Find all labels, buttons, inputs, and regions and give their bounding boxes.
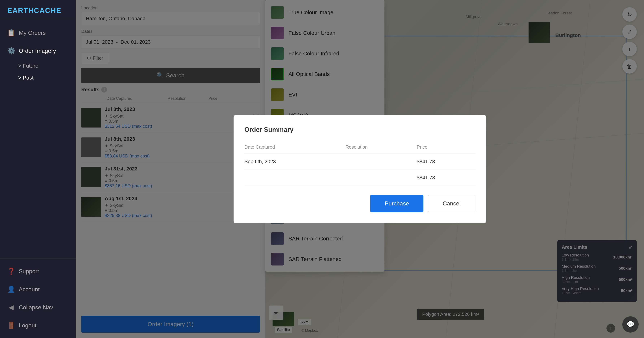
sidebar-item-logout-label: Logout bbox=[19, 322, 36, 329]
order-imagery-icon: ⚙️ bbox=[7, 47, 15, 55]
main-content: Location Dates ⚙ Filter 🔍 Search Results… bbox=[76, 0, 644, 338]
support-icon: ❓ bbox=[7, 267, 15, 275]
logout-icon: 🚪 bbox=[7, 322, 15, 329]
my-orders-icon: 📋 bbox=[7, 29, 15, 37]
purchase-modal: Order Summary Date Captured Resolution P… bbox=[234, 115, 486, 223]
modal-row2-price: $841.78 bbox=[417, 170, 476, 186]
sidebar-item-collapse-nav[interactable]: ◀ Collapse Nav bbox=[0, 298, 76, 316]
logo-text2: CACHE bbox=[34, 6, 61, 14]
modal-actions: Purchase Cancel bbox=[244, 195, 476, 212]
purchase-button[interactable]: Purchase bbox=[370, 195, 424, 212]
sidebar-item-account-label: Account bbox=[19, 286, 40, 293]
modal-row1-price: $841.78 bbox=[417, 153, 476, 170]
table-row: Sep 6th, 2023 $841.78 bbox=[244, 153, 476, 170]
modal-col-date: Date Captured bbox=[244, 141, 346, 154]
modal-col-price: Price bbox=[417, 141, 476, 154]
collapse-nav-icon: ◀ bbox=[7, 303, 15, 311]
sidebar-item-order-imagery-label: Order Imagery bbox=[19, 48, 56, 54]
modal-col-resolution: Resolution bbox=[346, 141, 417, 154]
modal-row1-resolution bbox=[346, 153, 417, 170]
logo-text1: EARTH bbox=[7, 6, 34, 14]
sidebar-item-account[interactable]: 👤 Account bbox=[0, 280, 76, 298]
sidebar-sub-nav: > Future > Past bbox=[0, 60, 76, 84]
chat-button[interactable]: 💬 bbox=[622, 316, 638, 333]
modal-row1-date: Sep 6th, 2023 bbox=[244, 153, 346, 170]
sidebar: EARTHCACHE 📋 My Orders ⚙️ Order Imagery … bbox=[0, 0, 76, 338]
modal-table: Date Captured Resolution Price Sep 6th, … bbox=[244, 141, 476, 186]
table-row: $841.78 bbox=[244, 170, 476, 186]
sidebar-item-my-orders[interactable]: 📋 My Orders bbox=[0, 24, 76, 42]
modal-title: Order Summary bbox=[244, 126, 476, 133]
sidebar-item-support[interactable]: ❓ Support bbox=[0, 262, 76, 280]
sidebar-bottom: ❓ Support 👤 Account ◀ Collapse Nav 🚪 Log… bbox=[0, 259, 76, 338]
app-logo: EARTHCACHE bbox=[0, 0, 76, 20]
account-icon: 👤 bbox=[7, 285, 15, 293]
sidebar-item-future[interactable]: > Future bbox=[18, 60, 76, 72]
cancel-button[interactable]: Cancel bbox=[428, 195, 476, 212]
modal-row2-date bbox=[244, 170, 346, 186]
sidebar-item-my-orders-label: My Orders bbox=[19, 29, 46, 36]
sidebar-nav: 📋 My Orders ⚙️ Order Imagery > Future > … bbox=[0, 20, 76, 259]
sidebar-item-order-imagery[interactable]: ⚙️ Order Imagery bbox=[0, 42, 76, 60]
modal-row2-resolution bbox=[346, 170, 417, 186]
sidebar-item-support-label: Support bbox=[19, 268, 39, 275]
sidebar-item-logout[interactable]: 🚪 Logout bbox=[0, 316, 76, 335]
modal-overlay: Order Summary Date Captured Resolution P… bbox=[76, 0, 644, 338]
sidebar-item-collapse-nav-label: Collapse Nav bbox=[19, 304, 53, 311]
sidebar-item-past[interactable]: > Past bbox=[18, 72, 76, 84]
